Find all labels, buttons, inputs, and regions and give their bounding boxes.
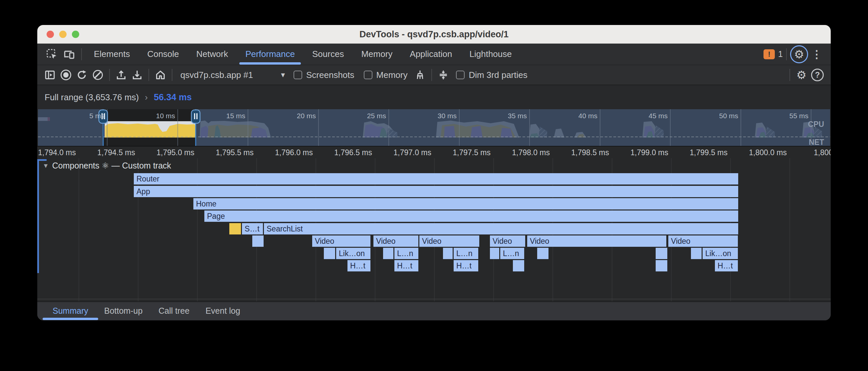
record-button[interactable] (58, 67, 74, 83)
full-range-label[interactable]: Full range (3,653.76 ms) (44, 92, 139, 103)
divider (109, 69, 110, 81)
details-tab-call-tree[interactable]: Call tree (150, 302, 197, 320)
overview-tick-label: 40 ms (551, 112, 597, 120)
minimize-window-button[interactable] (59, 31, 67, 38)
flame-bar[interactable] (537, 248, 549, 259)
flame-bar-searchlist[interactable]: SearchList (264, 223, 738, 234)
flame-bar-likon[interactable]: Lik…on (703, 248, 738, 259)
flame-bar-ht[interactable]: H…t (715, 260, 738, 272)
collapse-button[interactable] (435, 67, 451, 83)
flame-bar[interactable] (383, 248, 393, 259)
tab-elements[interactable]: Elements (85, 44, 138, 65)
flame-bar-ln[interactable]: L…n (394, 248, 418, 259)
details-tab-summary[interactable]: Summary (44, 302, 96, 320)
main-tabbar: ElementsConsoleNetworkPerformanceSources… (37, 44, 831, 65)
zoom-window-button[interactable] (72, 31, 79, 38)
flame-bar-video[interactable]: Video (527, 235, 666, 247)
target-selector[interactable]: qsvd7p.csb.app #1 ▼ (176, 70, 289, 80)
track-header[interactable]: ▼ Components ⚛ — Custom track (42, 161, 171, 171)
flame-bar-video[interactable]: Video (373, 235, 418, 247)
screenshots-checkbox[interactable]: Screenshots (293, 70, 354, 80)
flame-bar-page[interactable]: Page (204, 210, 738, 222)
ruler-label: 1,794.5 ms (81, 148, 135, 157)
flame-bar-likon[interactable]: Lik…on (336, 248, 370, 259)
ruler-label: 1,799.5 ms (674, 148, 727, 157)
reload-and-record-button[interactable] (74, 67, 90, 83)
flame-bar[interactable] (229, 223, 241, 234)
details-tab-bottom-up[interactable]: Bottom-up (96, 302, 150, 320)
flame-bar-home[interactable]: Home (193, 198, 738, 209)
flame-bar-label: S…t (245, 225, 259, 233)
tab-application[interactable]: Application (401, 44, 461, 65)
download-profile-button[interactable] (129, 67, 145, 83)
overview-tick-label: 30 ms (410, 112, 457, 120)
flame-bar-label: Lik…on (705, 249, 731, 258)
overview-tick-label: 5 ms (58, 112, 104, 120)
screenshot-canvas: DevTools - qsvd7p.csb.app/video/1 Elemen… (0, 0, 868, 371)
flame-bar-ht[interactable]: H…t (347, 260, 370, 272)
flame-bar-label: SearchList (267, 225, 303, 233)
flame-chart[interactable]: ▼ Components ⚛ — Custom track RouterAppH… (37, 158, 831, 302)
flame-bar-app[interactable]: App (134, 186, 738, 197)
help-button[interactable]: ? (809, 67, 826, 83)
settings-button-focused[interactable]: ⚙ (790, 45, 808, 63)
record-icon (61, 69, 71, 80)
overview-tick-label: 35 ms (480, 112, 527, 120)
selected-range-label[interactable]: 56.34 ms (154, 92, 192, 103)
flame-bar-video[interactable]: Video (312, 235, 370, 247)
flame-bar-ln[interactable]: L…n (500, 248, 524, 259)
time-ruler: 1,794.0 ms1,794.5 ms1,795.0 ms1,795.5 ms… (37, 146, 831, 158)
memory-checkbox[interactable]: Memory (364, 70, 408, 80)
tab-sources[interactable]: Sources (304, 44, 352, 65)
checkbox-icon (293, 70, 302, 79)
flame-bar-video[interactable]: Video (668, 235, 738, 247)
issues-icon: ! (764, 49, 775, 59)
inspect-element-icon[interactable] (43, 46, 61, 63)
tab-lighthouse[interactable]: Lighthouse (461, 44, 521, 65)
more-options-button[interactable]: ⋮ (808, 46, 826, 63)
device-toolbar-icon[interactable] (61, 46, 78, 63)
range-breadcrumb: Full range (3,653.76 ms) › 56.34 ms (37, 85, 831, 109)
flame-bar[interactable] (443, 248, 453, 259)
details-tab-event-log[interactable]: Event log (197, 302, 248, 320)
dim-3rd-parties-checkbox[interactable]: Dim 3rd parties (456, 70, 527, 80)
issues-button[interactable]: ! 1 (764, 49, 783, 59)
divider (789, 69, 790, 81)
flame-bar-label: Router (136, 174, 159, 183)
flame-bar[interactable] (656, 248, 667, 259)
upload-profile-button[interactable] (113, 67, 129, 83)
flame-bar-video[interactable]: Video (420, 235, 479, 247)
flame-bar[interactable] (513, 260, 524, 272)
gear-icon: ⚙ (794, 48, 804, 61)
timeline-overview[interactable]: 5 ms10 ms15 ms20 ms25 ms30 ms35 ms40 ms4… (38, 109, 830, 146)
flame-bar[interactable] (324, 248, 335, 259)
help-icon: ? (811, 68, 824, 81)
collect-garbage-button[interactable] (412, 67, 428, 83)
flame-bar[interactable] (490, 248, 499, 259)
active-tab-underline (239, 62, 301, 65)
flame-bar[interactable] (252, 235, 264, 247)
tab-network[interactable]: Network (188, 44, 237, 65)
flame-bar-video[interactable]: Video (490, 235, 525, 247)
flame-bar-ln[interactable]: L…n (454, 248, 478, 259)
flame-bar-st[interactable]: S…t (242, 223, 263, 234)
toggle-sidebar-button[interactable] (42, 67, 58, 83)
flame-bar[interactable] (691, 248, 702, 259)
checkbox-icon (364, 70, 372, 79)
clear-button[interactable] (90, 67, 106, 83)
flame-bar-ht[interactable]: H…t (454, 260, 478, 272)
ruler-label: 1,795.5 ms (200, 148, 254, 157)
tab-memory[interactable]: Memory (352, 44, 401, 65)
flame-bar-router[interactable]: Router (134, 173, 738, 184)
ruler-label: 1,797.0 ms (377, 148, 431, 157)
flame-bar-label: L…n (456, 249, 473, 258)
flame-bar[interactable] (656, 260, 667, 272)
tab-console[interactable]: Console (138, 44, 187, 65)
divider (431, 69, 432, 81)
flame-bar-ht[interactable]: H…t (394, 260, 418, 272)
tab-performance[interactable]: Performance (237, 44, 304, 65)
capture-settings-button[interactable]: ⚙ (794, 67, 809, 83)
disclosure-triangle-icon[interactable]: ▼ (42, 162, 49, 170)
home-button[interactable] (152, 67, 168, 83)
close-window-button[interactable] (46, 31, 54, 38)
